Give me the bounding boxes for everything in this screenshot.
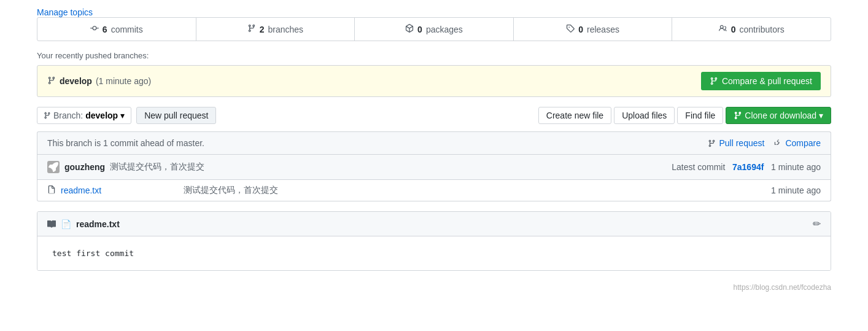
branch-ahead-text: This branch is 1 commit ahead of master.: [47, 138, 204, 148]
pull-request-action-label[interactable]: Pull request: [719, 138, 764, 148]
commit-author: gouzheng: [64, 162, 105, 172]
readme-header: 📄 readme.txt ✏: [37, 212, 831, 236]
branches-stat[interactable]: 2 branches: [196, 18, 355, 41]
readme-box: 📄 readme.txt ✏ test first commit: [37, 211, 831, 271]
releases-stat[interactable]: 0 releases: [514, 18, 673, 41]
branch-info-bar: This branch is 1 commit ahead of master.…: [37, 131, 831, 154]
branches-count: 2: [260, 25, 265, 34]
clone-or-download-label: Clone or download ▾: [745, 111, 823, 120]
branches-label: branches: [268, 25, 303, 34]
packages-count: 0: [417, 25, 422, 34]
contributors-label: contributors: [739, 25, 784, 34]
file-commit-msg: 测试提交代码，首次提交: [184, 185, 771, 196]
readme-text: test first commit: [52, 249, 134, 258]
branch-notice: develop (1 minute ago) Compare & pull re…: [37, 65, 831, 97]
edit-readme-button[interactable]: ✏: [813, 218, 821, 230]
stats-bar: 6 commits 2 branches 0 packages 0 releas…: [37, 17, 831, 41]
file-icon: [47, 185, 56, 196]
toolbar-left: Branch: develop ▾ New pull request: [37, 107, 216, 124]
packages-label: packages: [426, 25, 463, 34]
upload-files-button[interactable]: Upload files: [614, 107, 675, 124]
branch-notice-icon: [47, 76, 56, 87]
file-list: readme.txt 测试提交代码，首次提交 1 minute ago: [37, 180, 831, 201]
commit-message: 测试提交代码，首次提交: [110, 162, 204, 173]
new-pull-request-button[interactable]: New pull request: [136, 107, 216, 124]
clone-or-download-button[interactable]: Clone or download ▾: [726, 107, 831, 124]
releases-icon: [566, 24, 575, 34]
packages-stat[interactable]: 0 packages: [355, 18, 514, 41]
readme-content: test first commit: [37, 236, 831, 270]
packages-icon: [405, 24, 414, 34]
table-row: readme.txt 测试提交代码，首次提交 1 minute ago: [37, 180, 831, 201]
branch-notice-time: (1 minute ago): [96, 76, 151, 86]
footer-text: https://blog.csdn.net/fcodezha: [734, 283, 831, 292]
commits-icon: [90, 24, 99, 34]
compare-action-label[interactable]: Compare: [785, 138, 821, 148]
readme-title: readme.txt: [76, 219, 120, 229]
contributors-icon: [719, 24, 727, 34]
branch-actions: Pull request Compare: [708, 138, 821, 148]
contributors-stat[interactable]: 0 contributors: [672, 18, 831, 41]
chevron-down-icon: ▾: [120, 111, 125, 120]
commits-count: 6: [103, 25, 107, 34]
commit-left: gouzheng 测试提交代码，首次提交: [47, 161, 204, 173]
releases-label: releases: [587, 25, 619, 34]
avatar: [47, 161, 60, 173]
toolbar: Branch: develop ▾ New pull request Creat…: [37, 107, 831, 124]
latest-commit-label: Latest commit: [672, 162, 725, 172]
commit-time: 1 minute ago: [771, 162, 821, 172]
readme-header-left: 📄 readme.txt: [47, 219, 120, 229]
releases-count: 0: [578, 25, 583, 34]
commits-stat[interactable]: 6 commits: [37, 18, 196, 41]
commit-info: gouzheng 测试提交代码，首次提交 Latest commit 7a169…: [37, 154, 831, 180]
compare-pull-request-label: Compare & pull request: [722, 76, 812, 86]
branch-selector[interactable]: Branch: develop ▾: [37, 107, 131, 124]
page-footer: https://blog.csdn.net/fcodezha: [37, 283, 831, 292]
commit-right: Latest commit 7a1694f 1 minute ago: [672, 162, 821, 172]
compare-pull-request-button[interactable]: Compare & pull request: [701, 72, 821, 90]
compare-link[interactable]: Compare: [774, 138, 821, 148]
commits-label: commits: [111, 25, 143, 34]
branch-selector-label: Branch:: [53, 111, 83, 120]
find-file-button[interactable]: Find file: [677, 107, 723, 124]
branches-icon: [247, 24, 256, 34]
contributors-count: 0: [731, 25, 736, 34]
recently-pushed-label: Your recently pushed branches:: [37, 51, 831, 60]
create-new-file-button[interactable]: Create new file: [538, 107, 611, 124]
toolbar-right: Create new file Upload files Find file C…: [538, 107, 831, 124]
pull-request-link[interactable]: Pull request: [708, 138, 764, 148]
branch-selector-value: develop: [85, 111, 118, 120]
branch-notice-left: develop (1 minute ago): [47, 76, 151, 87]
file-name[interactable]: readme.txt: [61, 185, 184, 195]
branch-notice-name: develop: [60, 76, 92, 86]
manage-topics-link[interactable]: Manage topics: [37, 7, 93, 17]
file-time: 1 minute ago: [771, 185, 821, 195]
commit-hash[interactable]: 7a1694f: [732, 162, 764, 172]
